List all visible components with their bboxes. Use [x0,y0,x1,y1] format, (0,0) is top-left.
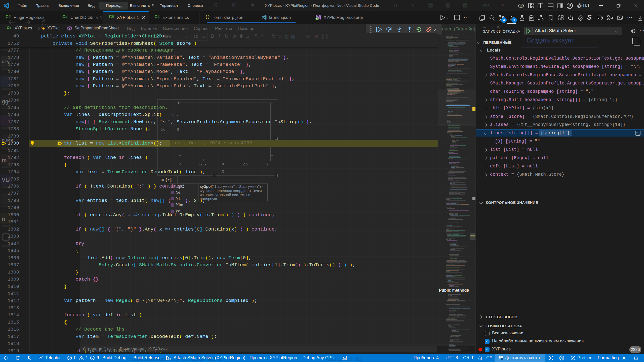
svg-text:10: 10 [637,133,639,135]
svg-text:01: 01 [636,131,638,133]
svg-text:{ₓ}: {ₓ} [478,356,482,360]
svg-text:C#: C# [560,357,564,359]
svg-text:C#: C# [316,18,319,20]
